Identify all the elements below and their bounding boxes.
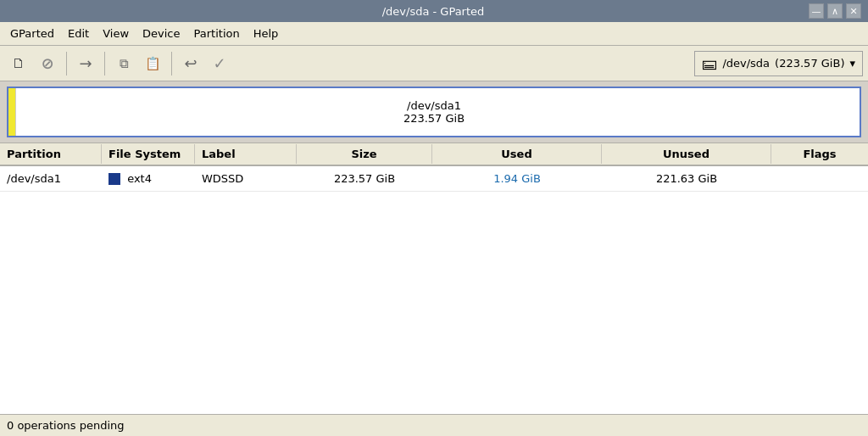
title-bar: /dev/sda - GParted — ∧ ✕ xyxy=(0,0,868,22)
cell-filesystem: ext4 xyxy=(102,169,195,189)
menu-view[interactable]: View xyxy=(96,25,136,42)
toolbar-sep-2 xyxy=(104,52,105,75)
device-selector[interactable]: 🖴 /dev/sda (223.57 GiB) ▾ xyxy=(694,51,863,76)
delete-button[interactable]: ⊘ xyxy=(34,50,61,77)
device-size: (223.57 GiB) xyxy=(775,57,844,70)
partition-table: Partition File System Label Size Used Un… xyxy=(0,143,868,414)
window-controls[interactable]: — ∧ ✕ xyxy=(809,3,861,19)
copy-button[interactable]: ⧉ xyxy=(110,50,137,77)
col-header-used: Used xyxy=(432,144,602,164)
window-title: /dev/sda - GParted xyxy=(58,5,809,18)
cell-size: 223.57 GiB xyxy=(297,169,432,188)
partition-visual-size: 223.57 GiB xyxy=(403,112,465,125)
disk-icon: 🖴 xyxy=(702,54,717,72)
close-button[interactable]: ✕ xyxy=(846,3,861,19)
cell-used: 1.94 GiB xyxy=(432,169,602,188)
table-body: /dev/sda1 ext4 WDSSD 223.57 GiB 1.94 GiB… xyxy=(0,166,868,414)
menu-device[interactable]: Device xyxy=(136,25,186,42)
menu-partition[interactable]: Partition xyxy=(187,25,247,42)
col-header-label: Label xyxy=(195,144,297,164)
cell-partition: /dev/sda1 xyxy=(0,169,102,188)
partition-visual-name: /dev/sda1 xyxy=(407,99,461,112)
device-label: /dev/sda xyxy=(722,57,770,70)
toolbar-sep-1 xyxy=(66,52,67,75)
menu-gparted[interactable]: GParted xyxy=(3,25,61,42)
cell-flags xyxy=(771,176,868,182)
menu-help[interactable]: Help xyxy=(247,25,286,42)
device-button[interactable]: 🖴 /dev/sda (223.57 GiB) ▾ xyxy=(694,51,863,76)
col-header-partition: Partition xyxy=(0,144,102,164)
menu-bar: GParted Edit View Device Partition Help xyxy=(0,22,868,46)
col-header-size: Size xyxy=(297,144,432,164)
redo-button[interactable]: ✓ xyxy=(206,50,233,77)
partition-visual: /dev/sda1 223.57 GiB xyxy=(7,87,861,137)
filesystem-color-icon xyxy=(108,173,120,185)
table-header: Partition File System Label Size Used Un… xyxy=(0,143,868,166)
cell-label: WDSSD xyxy=(195,169,297,188)
cell-unused: 221.63 GiB xyxy=(602,169,771,188)
toolbar-sep-3 xyxy=(171,52,172,75)
table-row[interactable]: /dev/sda1 ext4 WDSSD 223.57 GiB 1.94 GiB… xyxy=(0,166,868,192)
new-button[interactable]: 🗋 xyxy=(5,50,32,77)
minimize-button[interactable]: — xyxy=(809,3,824,19)
status-text: 0 operations pending xyxy=(7,419,125,432)
dropdown-arrow-icon: ▾ xyxy=(849,57,855,70)
col-header-flags: Flags xyxy=(771,144,868,164)
col-header-unused: Unused xyxy=(602,144,771,164)
menu-edit[interactable]: Edit xyxy=(61,25,96,42)
col-header-filesystem: File System xyxy=(102,144,195,164)
paste-button[interactable]: 📋 xyxy=(139,50,166,77)
undo-button[interactable]: ↩ xyxy=(177,50,204,77)
toolbar: 🗋 ⊘ → ⧉ 📋 ↩ ✓ 🖴 /dev/sda (223.57 GiB) ▾ xyxy=(0,46,868,81)
maximize-button[interactable]: ∧ xyxy=(827,3,843,19)
apply-button[interactable]: → xyxy=(72,50,99,77)
status-bar: 0 operations pending xyxy=(0,414,868,436)
